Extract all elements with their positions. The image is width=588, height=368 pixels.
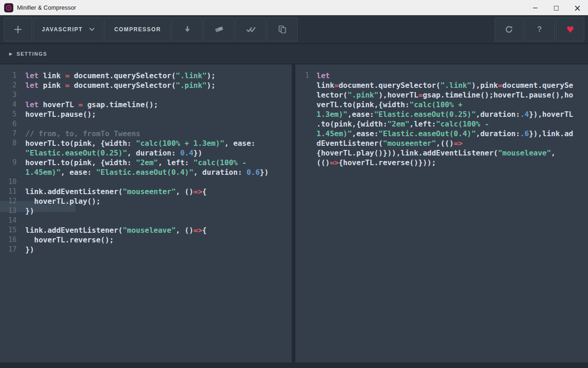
help-icon: ? [537,25,542,34]
line-number [0,148,17,158]
code-line[interactable]: 1.45em)",ease:"Elastic.easeOut(0.4)",dur… [309,129,573,138]
code-row: 1.45em)", ease: "Elastic.easeOut(0.4)", … [0,167,292,177]
code-row: 15link.addEventListener("mouseleave", ()… [0,225,292,235]
donate-button[interactable]: ♥ [556,17,584,41]
add-file-button[interactable]: + [4,17,32,41]
code-row: 1.45em)",ease:"Elastic.easeOut(0.4)",dur… [295,129,588,138]
source-editor-pane[interactable]: 1let link = document.querySelector(".lin… [0,64,292,362]
settings-label: SETTINGS [17,51,47,57]
code-row: dEventListener("mouseenter",(()=> [295,138,588,148]
code-line[interactable]: verTL.to(pink,{width:"calc(100% + [309,100,463,109]
chevron-down-icon [89,28,95,31]
collapse-arrow-icon: ▶ [9,52,12,56]
line-number [295,138,309,148]
minimize-button[interactable]: − [525,0,546,15]
code-line[interactable]: hoverTL.pause(); [17,109,96,119]
heart-icon: ♥ [566,24,574,34]
code-line[interactable] [17,90,25,100]
close-button[interactable]: × [567,0,588,15]
code-line[interactable]: 1.45em)", ease: "Elastic.easeOut(0.4)", … [17,167,269,177]
copy-button[interactable] [267,17,298,41]
line-number [295,80,309,90]
source-editor-code: 1let link = document.querySelector(".lin… [0,71,292,254]
line-number: 9 [0,158,17,167]
code-line[interactable]: link.addEventListener("mouseleave", ()=>… [17,225,207,235]
code-line[interactable]: link.addEventListener("mouseenter", ()=>… [17,187,207,196]
line-number: 10 [0,177,17,187]
verify-button[interactable] [235,17,266,41]
code-line[interactable]: "Elastic.easeOut(0.25)", duration: 0.4}) [17,148,202,158]
code-line[interactable]: {hoverTL.play()})),link.addEventListener… [309,148,555,158]
code-line[interactable]: hoverTL.reverse(); [17,235,114,245]
titlebar: Minifier & Compressor − □ × [0,0,588,15]
language-dropdown[interactable]: JAVASCRIPT [33,17,103,41]
line-number [0,167,17,177]
code-row: verTL.to(pink,{width:"calc(100% + [295,100,588,109]
line-number: 6 [0,119,17,129]
line-number [295,109,309,119]
clear-button[interactable] [204,17,234,41]
bottom-spacer [0,362,588,368]
help-button[interactable]: ? [524,17,555,41]
code-line[interactable]: lector(".pink"),hoverTL=gsap.timeline();… [309,90,573,100]
line-number: 13 [0,206,17,216]
code-row: (()=>{hoverTL.reverse()})); [295,158,588,167]
code-line[interactable]: let hoverTL = gsap.timeline(); [17,100,158,109]
line-number: 11 [0,187,17,196]
line-number [295,119,309,129]
code-line[interactable]: .to(pink,{width:"2em",left:"calc(100% - [309,119,489,129]
line-number: 3 [0,90,17,100]
refresh-icon [505,25,513,34]
code-row: 8hoverTL.to(pink, {width: "calc(100% + 1… [0,138,292,148]
code-row: {hoverTL.play()})),link.addEventListener… [295,148,588,158]
editor-area: 1let link = document.querySelector(".lin… [0,64,588,362]
line-number: 17 [0,245,17,254]
code-line[interactable]: }) [17,206,34,216]
code-line[interactable]: let pink = document.querySelector(".pink… [17,80,215,90]
code-line[interactable]: let link = document.querySelector(".link… [17,71,215,80]
code-line[interactable] [17,119,25,129]
line-number [295,158,309,167]
line-number [295,129,309,138]
code-line[interactable]: 1.3em)",ease:"Elastic.easeOut(0.25)",dur… [309,109,573,119]
code-row: 9hoverTL.to(pink, {width: "2em", left: "… [0,158,292,167]
window-title: Minifier & Compressor [17,4,76,11]
line-number [295,148,309,158]
titlebar-left: Minifier & Compressor [0,3,525,12]
code-row: 10 [0,177,292,187]
compressor-mode-button[interactable]: COMPRESSOR [104,17,171,41]
code-line[interactable]: // from, to, fromTo Tweens [17,129,140,138]
line-number: 5 [0,109,17,119]
maximize-button[interactable]: □ [546,0,567,15]
download-icon [184,25,191,33]
code-line[interactable]: }) [17,245,34,254]
code-line[interactable]: hoverTL.play(); [17,196,101,206]
code-line[interactable]: hoverTL.to(pink, {width: "calc(100% + 1.… [17,138,255,148]
window-controls: − □ × [525,0,588,15]
code-row: lector(".pink"),hoverTL=gsap.timeline();… [295,90,588,100]
pane-divider [292,64,295,362]
code-row: link=document.querySelector(".link"),pin… [295,80,588,90]
code-line[interactable]: (()=>{hoverTL.reverse()})); [309,158,436,167]
code-line[interactable]: dEventListener("mouseenter",(()=> [309,138,463,148]
code-line[interactable]: hoverTL.to(pink, {width: "2em", left: "c… [17,158,247,167]
app-window: Minifier & Compressor − □ × + JAVASCRIPT… [0,0,588,368]
refresh-button[interactable] [495,17,523,41]
code-line[interactable]: let [309,71,330,80]
line-number [295,90,309,100]
code-row: 16 hoverTL.reverse(); [0,235,292,245]
download-button[interactable] [172,17,203,41]
plus-icon: + [13,23,23,36]
code-row: 1let [295,71,588,80]
code-row: 11link.addEventListener("mouseenter", ()… [0,187,292,196]
output-editor-pane[interactable]: 1letlink=document.querySelector(".link")… [295,64,588,362]
code-line[interactable] [17,216,25,225]
double-check-icon [246,26,256,33]
code-line[interactable] [17,177,25,187]
code-row: "Elastic.easeOut(0.25)", duration: 0.4}) [0,148,292,158]
code-row: 3 [0,90,292,100]
code-line[interactable]: link=document.querySelector(".link"),pin… [309,80,573,90]
line-number: 12 [0,196,17,206]
line-number: 1 [295,71,309,80]
settings-toggle[interactable]: ▶ SETTINGS [0,44,588,64]
